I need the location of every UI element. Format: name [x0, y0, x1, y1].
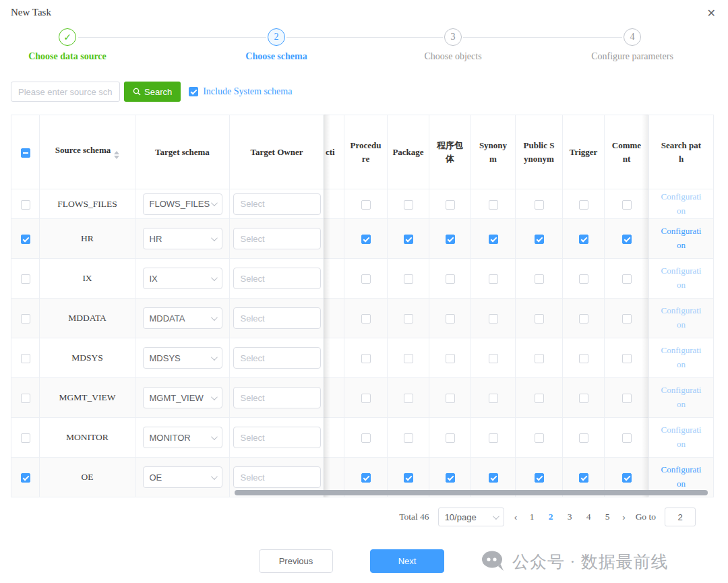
object-type-checkbox[interactable] [535, 235, 544, 244]
object-type-checkbox[interactable] [404, 473, 413, 483]
object-type-checkbox[interactable] [446, 314, 455, 324]
object-type-checkbox[interactable] [361, 235, 371, 244]
previous-button[interactable]: Previous [259, 549, 333, 573]
object-type-checkbox[interactable] [535, 394, 544, 403]
configuration-link[interactable]: Configuration [661, 264, 702, 293]
object-type-checkbox[interactable] [622, 274, 632, 284]
object-type-checkbox[interactable] [579, 473, 588, 483]
object-type-checkbox[interactable] [579, 235, 588, 244]
object-type-checkbox[interactable] [446, 354, 455, 363]
target-owner-select[interactable]: Select [233, 347, 321, 369]
object-type-checkbox[interactable] [489, 433, 498, 443]
object-type-checkbox[interactable] [446, 235, 455, 244]
object-type-checkbox[interactable] [535, 473, 544, 483]
object-type-checkbox[interactable] [535, 274, 544, 284]
configuration-link[interactable]: Configuration [661, 383, 702, 412]
row-select-checkbox[interactable] [21, 235, 30, 244]
next-button[interactable]: Next [370, 549, 444, 573]
object-type-checkbox[interactable] [622, 314, 632, 324]
object-type-checkbox[interactable] [489, 473, 498, 483]
configuration-link[interactable]: Configuration [661, 190, 702, 218]
target-schema-select[interactable]: MDSYS [143, 347, 222, 369]
select-all-checkbox[interactable] [21, 148, 30, 158]
include-system-checkbox[interactable] [189, 87, 198, 96]
configuration-link[interactable]: Configuration [661, 344, 702, 372]
object-type-checkbox[interactable] [489, 200, 498, 210]
object-type-checkbox[interactable] [579, 354, 588, 363]
object-type-checkbox[interactable] [535, 354, 544, 363]
object-type-checkbox[interactable] [446, 394, 455, 403]
page-number[interactable]: 4 [584, 512, 593, 522]
target-schema-select[interactable]: IX [143, 268, 222, 289]
page-number[interactable]: 2 [546, 512, 555, 522]
row-select-checkbox[interactable] [21, 314, 30, 324]
row-select-checkbox[interactable] [21, 433, 30, 443]
target-schema-select[interactable]: MGMT_VIEW [143, 387, 222, 408]
object-type-checkbox[interactable] [579, 274, 588, 284]
object-type-checkbox[interactable] [404, 433, 413, 443]
target-schema-select[interactable]: FLOWS_FILES [143, 193, 222, 215]
target-owner-select[interactable]: Select [233, 387, 321, 408]
object-type-checkbox[interactable] [446, 433, 455, 443]
row-select-checkbox[interactable] [21, 274, 30, 284]
object-type-checkbox[interactable] [535, 433, 544, 443]
object-type-checkbox[interactable] [446, 200, 455, 210]
row-select-checkbox[interactable] [21, 473, 30, 483]
target-schema-select[interactable]: OE [143, 466, 222, 488]
goto-page-input[interactable] [665, 508, 696, 526]
object-type-checkbox[interactable] [579, 314, 588, 324]
search-input[interactable] [11, 82, 120, 102]
object-type-checkbox[interactable] [579, 394, 588, 403]
object-type-checkbox[interactable] [489, 235, 498, 244]
object-type-checkbox[interactable] [361, 433, 371, 443]
configuration-link[interactable]: Configuration [661, 224, 702, 253]
target-owner-select[interactable]: Select [233, 268, 321, 289]
row-select-checkbox[interactable] [21, 200, 30, 210]
object-type-checkbox[interactable] [404, 394, 413, 403]
target-owner-select[interactable]: Select [233, 466, 321, 488]
target-schema-select[interactable]: HR [143, 228, 222, 249]
configuration-link[interactable]: Configuration [661, 304, 702, 332]
object-type-checkbox[interactable] [361, 473, 371, 483]
row-select-checkbox[interactable] [21, 394, 30, 403]
target-schema-select[interactable]: MDDATA [143, 307, 222, 329]
page-number[interactable]: 3 [565, 512, 574, 522]
object-type-checkbox[interactable] [404, 314, 413, 324]
row-select-checkbox[interactable] [21, 354, 30, 363]
configuration-link[interactable]: Configuration [661, 463, 702, 491]
object-type-checkbox[interactable] [446, 274, 455, 284]
target-owner-select[interactable]: Select [233, 427, 321, 448]
prev-page-arrow[interactable]: ‹ [513, 512, 519, 522]
target-owner-select[interactable]: Select [233, 228, 321, 249]
page-number[interactable]: 1 [527, 512, 537, 522]
object-type-checkbox[interactable] [361, 354, 371, 363]
search-button[interactable]: Search [124, 82, 181, 102]
page-number[interactable]: 5 [603, 512, 612, 522]
object-type-checkbox[interactable] [622, 235, 632, 244]
object-type-checkbox[interactable] [489, 394, 498, 403]
object-type-checkbox[interactable] [404, 354, 413, 363]
object-type-checkbox[interactable] [361, 394, 371, 403]
object-type-checkbox[interactable] [579, 433, 588, 443]
object-type-checkbox[interactable] [361, 314, 371, 324]
target-owner-select[interactable]: Select [233, 193, 321, 215]
object-type-checkbox[interactable] [622, 200, 632, 210]
page-size-select[interactable]: 10/page [438, 508, 504, 526]
object-type-checkbox[interactable] [489, 274, 498, 284]
object-type-checkbox[interactable] [404, 274, 413, 284]
object-type-checkbox[interactable] [622, 433, 632, 443]
object-type-checkbox[interactable] [404, 200, 413, 210]
header-source-schema[interactable]: Source schema [40, 115, 135, 189]
object-type-checkbox[interactable] [446, 473, 455, 483]
object-type-checkbox[interactable] [535, 200, 544, 210]
object-type-checkbox[interactable] [489, 354, 498, 363]
next-page-arrow[interactable]: › [621, 512, 627, 522]
object-type-checkbox[interactable] [622, 354, 632, 363]
object-type-checkbox[interactable] [579, 200, 588, 210]
configuration-link[interactable]: Configuration [661, 423, 702, 452]
object-type-checkbox[interactable] [361, 274, 371, 284]
object-type-checkbox[interactable] [535, 314, 544, 324]
object-type-checkbox[interactable] [404, 235, 413, 244]
sort-icon[interactable] [114, 151, 119, 159]
target-owner-select[interactable]: Select [233, 307, 321, 329]
